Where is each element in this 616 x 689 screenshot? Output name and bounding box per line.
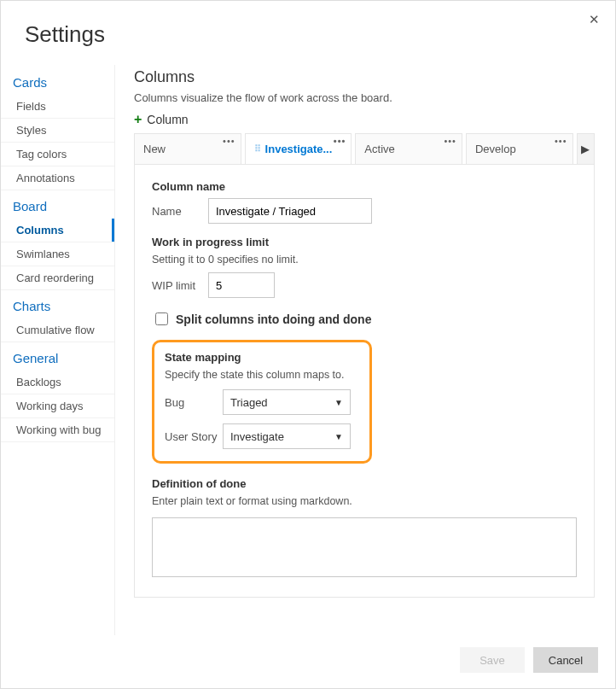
state-mapping-section: State mapping Specify the state this col… (152, 340, 372, 464)
save-button[interactable]: Save (460, 647, 525, 673)
dialog-title: Settings (1, 1, 615, 65)
tab-develop[interactable]: Develop ••• (466, 133, 573, 164)
bug-label: Bug (165, 396, 223, 409)
column-settings-panel: Column name Name Work in progress limit … (134, 164, 595, 598)
ellipsis-icon[interactable]: ••• (334, 136, 346, 146)
state-mapping-help: Specify the state this column maps to. (165, 369, 359, 381)
add-column-button[interactable]: + Column (134, 113, 595, 126)
main-panel: Columns Columns visualize the flow of wo… (115, 65, 615, 635)
sidebar-heading-cards: Cards (1, 67, 114, 95)
name-label: Name (152, 205, 200, 218)
plus-icon: + (134, 113, 142, 126)
wip-section: Work in progress limit (152, 236, 577, 248)
sidebar-item-card-reordering[interactable]: Card reordering (1, 266, 114, 290)
ellipsis-icon[interactable]: ••• (223, 136, 235, 146)
dod-help: Enter plain text or format using markdow… (152, 495, 577, 507)
sidebar-heading-general: General (1, 342, 114, 371)
user-story-label: User Story (165, 430, 223, 443)
dialog-footer: Save Cancel (1, 635, 615, 688)
ellipsis-icon[interactable]: ••• (444, 136, 456, 146)
split-columns-label[interactable]: Split columns into doing and done (176, 312, 371, 326)
column-name-input[interactable] (208, 198, 372, 224)
sidebar-item-fields[interactable]: Fields (1, 95, 114, 119)
column-name-section: Column name (152, 180, 577, 193)
tab-investigate[interactable]: ⠿ Investigate... ••• (245, 133, 352, 164)
split-columns-checkbox[interactable] (155, 312, 168, 325)
add-column-label: Column (147, 113, 188, 126)
tab-active[interactable]: Active ••• (355, 133, 462, 164)
wip-label: WIP limit (152, 279, 200, 292)
tab-label: Active (364, 143, 394, 155)
sidebar-item-swimlanes[interactable]: Swimlanes (1, 242, 114, 266)
tab-label: Develop (475, 143, 516, 155)
settings-dialog: ✕ Settings Cards Fields Styles Tag color… (0, 0, 616, 689)
tab-label: New (143, 143, 166, 155)
grip-icon[interactable]: ⠿ (254, 143, 260, 155)
sidebar: Cards Fields Styles Tag colors Annotatio… (1, 65, 115, 635)
bug-state-select[interactable]: Triaged ▼ (223, 389, 351, 415)
wip-help: Setting it to 0 specifies no limit. (152, 254, 577, 266)
select-value: Triaged (230, 396, 268, 409)
sidebar-item-columns[interactable]: Columns (1, 219, 114, 242)
sidebar-item-styles[interactable]: Styles (1, 119, 114, 143)
sidebar-item-backlogs[interactable]: Backlogs (1, 371, 114, 394)
sidebar-item-working-days[interactable]: Working days (1, 394, 114, 418)
cancel-button[interactable]: Cancel (533, 647, 598, 673)
column-tabs: New ••• ⠿ Investigate... ••• Active ••• … (134, 133, 595, 164)
select-value: Investigate (230, 430, 284, 443)
wip-limit-input[interactable] (208, 272, 275, 298)
page-title: Columns (134, 68, 595, 86)
dialog-body: Cards Fields Styles Tag colors Annotatio… (1, 65, 615, 635)
user-story-state-select[interactable]: Investigate ▼ (223, 423, 351, 449)
sidebar-heading-board: Board (1, 190, 114, 219)
close-icon[interactable]: ✕ (585, 9, 603, 29)
tab-label: Investigate... (265, 143, 333, 155)
ellipsis-icon[interactable]: ••• (555, 136, 567, 146)
page-subtitle: Columns visualize the flow of work acros… (134, 91, 595, 104)
sidebar-item-tag-colors[interactable]: Tag colors (1, 143, 114, 166)
state-mapping-heading: State mapping (165, 351, 359, 364)
sidebar-heading-charts: Charts (1, 290, 114, 318)
sidebar-item-annotations[interactable]: Annotations (1, 166, 114, 190)
chevron-down-icon: ▼ (334, 398, 343, 407)
sidebar-item-cumulative-flow[interactable]: Cumulative flow (1, 318, 114, 342)
scroll-right-icon[interactable]: ▶ (577, 133, 595, 164)
tab-new[interactable]: New ••• (134, 133, 241, 164)
dod-section: Definition of done (152, 477, 577, 490)
definition-of-done-input[interactable] (152, 517, 577, 577)
chevron-down-icon: ▼ (334, 432, 343, 441)
sidebar-item-working-with-bug[interactable]: Working with bug (1, 418, 114, 442)
